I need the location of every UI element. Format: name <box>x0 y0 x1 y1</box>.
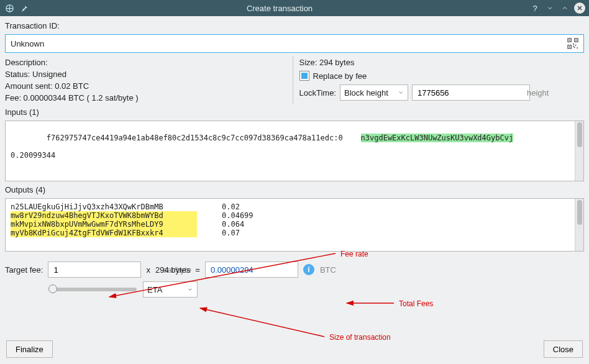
input-txref: f762975747ce4419a94e1ab48ef80c2d1534c8c9… <box>47 134 343 142</box>
locktime-label: LockTime: <box>299 88 336 98</box>
size-bytes-text: 294 bytes <box>155 265 190 275</box>
locktime-type-select[interactable]: Block height <box>340 84 408 101</box>
input-address: n3vgdEwExKcLW3NUwZusKU3vwXd4GybCvj <box>361 134 514 142</box>
scrollbar[interactable] <box>575 121 583 181</box>
help-icon[interactable]: ? <box>529 2 541 14</box>
output-address: n25LAUEgkuGjHiJjvQ3xzh43XQwKrDBmMB <box>11 202 197 211</box>
finalize-button[interactable]: Finalize <box>6 340 53 358</box>
output-value: 0.04699 <box>222 211 272 220</box>
output-address: myVb8KdPiGcuj4ZtgFTdVWFdW1KFBxxkr4 <box>11 229 197 237</box>
total-fee-suffix: BTC <box>320 265 336 275</box>
locktime-suffix: height <box>527 88 549 98</box>
maximize-icon[interactable] <box>559 2 570 14</box>
equals-sign: = <box>195 265 200 275</box>
app-icon <box>4 2 15 14</box>
close-button[interactable]: Close <box>544 340 583 358</box>
fee-text: Fee: 0.00000344 BTC ( 1.2 sat/byte ) <box>5 93 290 102</box>
output-value: 0.064 <box>222 220 272 229</box>
size-text: Size: 294 bytes <box>299 58 585 67</box>
target-fee-value <box>52 265 159 275</box>
locktime-value-input[interactable]: height <box>412 84 530 101</box>
minimize-icon[interactable] <box>544 2 555 14</box>
output-address: mkMvpixNW8bxpUVmMwGwmF7dYRsMheLDY9 <box>11 220 197 229</box>
chevron-down-icon <box>398 88 404 98</box>
svg-rect-6 <box>569 47 570 48</box>
replace-by-fee-label: Replace by fee <box>313 71 367 81</box>
transaction-id-label: Transaction ID: <box>5 21 584 30</box>
mult-sign: x <box>146 265 150 275</box>
locktime-type-value: Block height <box>344 88 388 98</box>
locktime-value <box>416 88 523 98</box>
qr-icon[interactable] <box>567 38 578 49</box>
checkbox-icon <box>299 71 309 81</box>
target-fee-label: Target fee: <box>5 265 43 275</box>
info-icon[interactable]: i <box>303 264 314 275</box>
svg-line-14 <box>200 308 324 337</box>
status-text: Status: Unsigned <box>5 70 290 79</box>
replace-by-fee-checkbox[interactable]: Replace by fee <box>299 71 585 81</box>
pin-icon[interactable] <box>19 2 30 14</box>
svg-rect-10 <box>577 47 578 48</box>
svg-rect-11 <box>573 46 574 47</box>
titlebar: Create transaction ? <box>0 0 589 16</box>
total-fee-value <box>209 265 316 275</box>
output-value: 0.07 <box>222 229 272 237</box>
svg-rect-7 <box>573 43 574 45</box>
outputs-header: Outputs (4) <box>5 185 584 194</box>
inputs-header: Inputs (1) <box>5 107 584 117</box>
svg-rect-8 <box>575 45 577 46</box>
transaction-id-value: Unknown <box>11 39 567 48</box>
svg-rect-4 <box>576 40 577 41</box>
outputs-box[interactable]: n25LAUEgkuGjHiJjvQ3xzh43XQwKrDBmMB 0.02 … <box>5 198 584 252</box>
window-title: Create transaction <box>30 4 529 13</box>
output-address: mw8rV29ndzuw4BhegVTJKxoTVWK8bmWYBd <box>11 211 197 220</box>
target-fee-input[interactable]: sat/byte <box>48 262 141 278</box>
output-value: 0.02 <box>222 202 272 211</box>
svg-rect-9 <box>574 47 575 48</box>
transaction-id-field[interactable]: Unknown <box>5 34 584 53</box>
close-icon[interactable] <box>574 2 585 14</box>
fee-mode-select[interactable]: ETA <box>143 281 198 298</box>
annotation-total-fees: Total Fees <box>399 299 433 308</box>
fee-mode-value: ETA <box>147 285 162 294</box>
input-amount: 0.20099344 <box>11 151 578 160</box>
amount-sent-text: Amount sent: 0.02 BTC <box>5 81 290 91</box>
total-fee-input[interactable]: BTC <box>205 262 298 278</box>
chevron-down-icon <box>187 285 193 294</box>
scrollbar[interactable] <box>575 199 583 251</box>
fee-slider[interactable] <box>50 288 137 291</box>
svg-rect-2 <box>569 40 570 41</box>
inputs-box[interactable]: f762975747ce4419a94e1ab48ef80c2d1534c8c9… <box>5 121 584 181</box>
description-label: Description: <box>5 58 290 67</box>
